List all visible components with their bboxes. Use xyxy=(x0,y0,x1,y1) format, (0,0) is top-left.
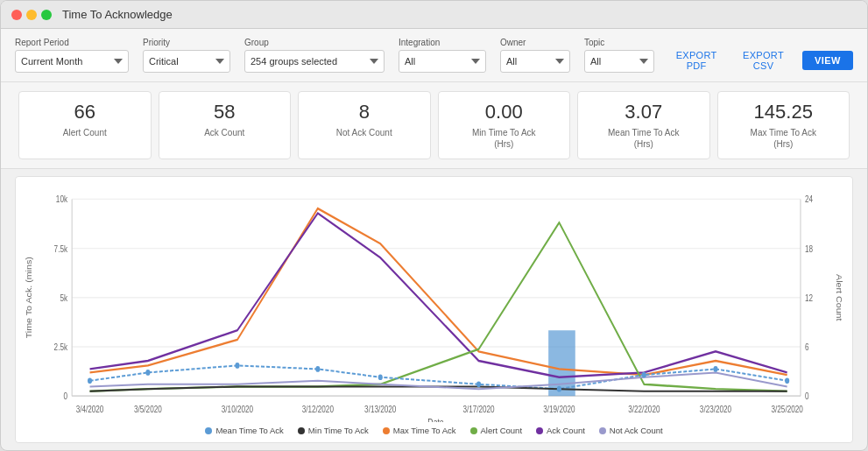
svg-text:Time To Ack. (mins): Time To Ack. (mins) xyxy=(25,257,32,339)
max-time-ack-label: Max Time To Ack(Hrs) xyxy=(751,127,816,150)
title-bar: Time To Acknowledge xyxy=(1,1,867,29)
min-time-ack-value: 0.00 xyxy=(485,101,523,123)
export-pdf-button[interactable]: EXPORT PDF xyxy=(668,50,724,71)
report-period-select[interactable]: Current Month xyxy=(15,50,129,73)
min-time-ack-label: Min Time To Ack(Hrs) xyxy=(472,127,536,150)
owner-select[interactable]: All xyxy=(500,50,570,73)
toolbar: Report Period Current Month Priority Cri… xyxy=(1,29,867,82)
group-filter: Group 254 groups selected xyxy=(244,38,385,73)
ack-count-value: 58 xyxy=(214,101,235,123)
min-time-ack-card: 0.00 Min Time To Ack(Hrs) xyxy=(438,91,571,159)
toolbar-actions: EXPORT PDF EXPORT CSV VIEW xyxy=(668,50,853,73)
owner-filter: Owner All xyxy=(500,38,570,73)
svg-text:24: 24 xyxy=(805,194,813,205)
chart-legend: Mean Time To Ack Min Time To Ack Max Tim… xyxy=(23,422,845,437)
integration-label: Integration xyxy=(399,38,486,47)
mean-dot xyxy=(557,386,561,392)
svg-text:3/12/2020: 3/12/2020 xyxy=(302,404,334,414)
legend-mean-label: Mean Time To Ack xyxy=(215,426,283,435)
ack-count-label: Ack Count xyxy=(204,127,244,138)
legend-mean-dot xyxy=(205,427,212,434)
svg-text:3/4/2020: 3/4/2020 xyxy=(76,404,104,414)
report-period-filter: Report Period Current Month xyxy=(15,38,129,73)
owner-label: Owner xyxy=(500,38,570,47)
svg-text:Date: Date xyxy=(427,417,444,422)
svg-text:3/13/2020: 3/13/2020 xyxy=(364,404,396,414)
view-button[interactable]: VIEW xyxy=(802,51,853,70)
mean-time-ack-value: 3.07 xyxy=(625,101,662,123)
priority-filter: Priority Critical xyxy=(143,38,230,73)
window-title: Time To Acknowledge xyxy=(62,8,173,21)
svg-text:6: 6 xyxy=(805,342,809,352)
mean-dot xyxy=(378,375,383,381)
priority-label: Priority xyxy=(143,38,230,47)
legend-alert-label: Alert Count xyxy=(481,426,523,435)
svg-text:12: 12 xyxy=(805,292,813,303)
legend-min-dot xyxy=(298,427,305,434)
ack-count-card: 58 Ack Count xyxy=(159,91,292,159)
mean-time-ack-line-chart xyxy=(90,366,787,390)
metrics-bar: 66 Alert Count 58 Ack Count 8 Not Ack Co… xyxy=(1,82,867,169)
svg-text:3/22/2020: 3/22/2020 xyxy=(628,404,660,414)
svg-text:Alert Count: Alert Count xyxy=(835,274,843,321)
not-ack-count-card: 8 Not Ack Count xyxy=(298,91,431,159)
alert-count-card: 66 Alert Count xyxy=(18,91,152,159)
mean-dot xyxy=(713,366,717,372)
alert-count-value: 66 xyxy=(74,101,95,123)
max-time-ack-line xyxy=(90,208,787,375)
chart-svg: 10k 7.5k 5k 2.5k 0 24 18 12 6 0 Time To … xyxy=(23,187,845,422)
alert-count-bar xyxy=(548,331,575,397)
legend-ack-label: Ack Count xyxy=(547,426,585,435)
main-window: Time To Acknowledge Report Period Curren… xyxy=(0,0,868,451)
legend-not-ack-dot xyxy=(599,427,606,434)
svg-text:10k: 10k xyxy=(56,194,67,205)
svg-text:0: 0 xyxy=(805,391,809,401)
legend-alert-count: Alert Count xyxy=(470,426,523,435)
traffic-lights xyxy=(11,10,52,20)
report-period-label: Report Period xyxy=(15,38,129,47)
max-time-ack-value: 145.25 xyxy=(754,101,813,123)
legend-max-time-ack: Max Time To Ack xyxy=(383,426,456,435)
svg-text:2.5k: 2.5k xyxy=(54,342,68,352)
export-csv-button[interactable]: EXPORT CSV xyxy=(735,50,792,71)
mean-dot xyxy=(315,366,320,372)
legend-not-ack-count: Not Ack Count xyxy=(599,426,663,435)
integration-select[interactable]: All xyxy=(399,50,486,73)
legend-alert-dot xyxy=(470,427,477,434)
legend-not-ack-label: Not Ack Count xyxy=(610,426,663,435)
not-ack-count-label: Not Ack Count xyxy=(336,127,392,138)
legend-min-label: Min Time To Ack xyxy=(308,426,369,435)
topic-label: Topic xyxy=(584,38,654,47)
minimize-button[interactable] xyxy=(26,10,37,20)
group-select[interactable]: 254 groups selected xyxy=(244,50,385,73)
mean-time-ack-label: Mean Time To Ack(Hrs) xyxy=(608,127,680,150)
legend-ack-dot xyxy=(536,427,543,434)
legend-max-dot xyxy=(383,427,390,434)
svg-text:3/19/2020: 3/19/2020 xyxy=(543,404,575,414)
priority-select[interactable]: Critical xyxy=(143,50,230,73)
legend-mean-time-ack: Mean Time To Ack xyxy=(205,426,283,435)
svg-text:3/10/2020: 3/10/2020 xyxy=(222,404,253,414)
svg-text:3/25/2020: 3/25/2020 xyxy=(772,404,803,414)
legend-ack-count: Ack Count xyxy=(536,426,585,435)
maximize-button[interactable] xyxy=(41,10,52,20)
svg-text:5k: 5k xyxy=(60,292,67,303)
svg-text:0: 0 xyxy=(63,391,67,401)
svg-text:3/5/2020: 3/5/2020 xyxy=(134,404,162,414)
integration-filter: Integration All xyxy=(399,38,486,73)
not-ack-count-value: 8 xyxy=(359,101,370,123)
legend-min-time-ack: Min Time To Ack xyxy=(298,426,369,435)
alert-count-label: Alert Count xyxy=(63,127,107,138)
mean-dot xyxy=(785,378,789,384)
mean-time-ack-card: 3.07 Mean Time To Ack(Hrs) xyxy=(577,91,710,159)
svg-text:18: 18 xyxy=(805,243,813,254)
svg-text:7.5k: 7.5k xyxy=(54,243,68,254)
group-label: Group xyxy=(244,38,385,47)
mean-dot xyxy=(476,382,481,388)
close-button[interactable] xyxy=(11,10,22,20)
mean-dot xyxy=(642,372,646,378)
svg-text:3/17/2020: 3/17/2020 xyxy=(462,404,494,414)
legend-max-label: Max Time To Ack xyxy=(393,426,456,435)
topic-select[interactable]: All xyxy=(584,50,654,73)
max-time-ack-card: 145.25 Max Time To Ack(Hrs) xyxy=(717,91,850,159)
